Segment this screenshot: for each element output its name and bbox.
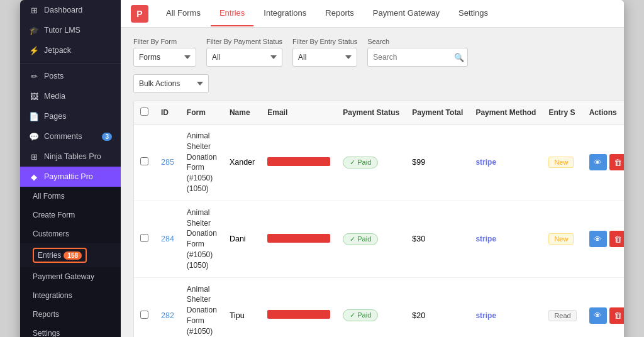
sidebar-item-payment-gateway[interactable]: Payment Gateway xyxy=(20,267,121,286)
top-navigation: P All Forms Entries Integrations Reports… xyxy=(121,0,624,28)
sidebar-submenu: All Forms Create Form Customers Entries … xyxy=(20,187,121,337)
row-payment-method: stripe xyxy=(469,124,542,201)
row-payment-status: ✓ Paid xyxy=(336,124,406,201)
entry-id-link[interactable]: 284 xyxy=(161,235,174,243)
sidebar-item-tutor-lms[interactable]: 🎓 Tutor LMS xyxy=(20,20,121,40)
form-name: Animal Shelter Donation Form (#1050) (10… xyxy=(187,285,217,337)
pages-icon: 📄 xyxy=(29,111,39,121)
tab-reports[interactable]: Reports xyxy=(316,1,363,26)
sidebar-item-paymattic[interactable]: ◆ Paymattic Pro xyxy=(20,167,121,187)
sidebar-item-jetpack[interactable]: ⚡ Jetpack xyxy=(20,40,121,60)
entry-name: Dani xyxy=(230,235,246,243)
row-checkbox[interactable] xyxy=(140,157,148,165)
payment-status-badge: ✓ Paid xyxy=(343,309,378,321)
row-name: Dani xyxy=(223,201,261,277)
tab-settings[interactable]: Settings xyxy=(450,1,497,26)
row-checkbox[interactable] xyxy=(140,234,148,242)
tab-entries[interactable]: Entries xyxy=(211,1,253,26)
select-all-checkbox[interactable] xyxy=(140,108,148,116)
sidebar-item-customers[interactable]: Customers xyxy=(20,224,121,243)
payment-total: $99 xyxy=(412,158,425,167)
entry-id-link[interactable]: 282 xyxy=(161,311,174,320)
sidebar-item-label: Tutor LMS xyxy=(44,26,112,35)
bulk-actions-select[interactable]: Bulk Actions xyxy=(133,74,209,93)
filter-by-entry-select[interactable]: All xyxy=(292,48,357,67)
submenu-label: Settings xyxy=(33,329,112,337)
tab-payment-gateway[interactable]: Payment Gateway xyxy=(364,1,448,26)
payment-method: stripe xyxy=(475,311,496,320)
payment-status-badge: ✓ Paid xyxy=(343,157,378,168)
sidebar-item-reports[interactable]: Reports xyxy=(20,305,121,324)
sidebar-item-dashboard[interactable]: ⊞ Dashboard xyxy=(20,0,121,20)
sidebar-item-pages[interactable]: 📄 Pages xyxy=(20,106,121,126)
row-entry-status: Read xyxy=(542,277,582,337)
delete-button[interactable]: 🗑 xyxy=(609,154,624,170)
col-id: ID xyxy=(155,101,180,124)
sidebar-item-all-forms[interactable]: All Forms xyxy=(20,187,121,206)
search-icon[interactable]: 🔍 xyxy=(454,53,464,62)
table: ID Form Name Email Payment Status Paymen… xyxy=(134,101,624,337)
actions-cell: 👁 🗑 xyxy=(589,154,624,170)
submenu-label: Create Form xyxy=(33,211,112,219)
sidebar-item-media[interactable]: 🖼 Media xyxy=(20,86,121,106)
row-id: 285 xyxy=(155,124,180,201)
row-entry-status: New xyxy=(542,124,582,201)
sidebar-item-integrations[interactable]: Integrations xyxy=(20,286,121,305)
filter-by-payment-label: Filter By Payment Status xyxy=(206,38,282,45)
sidebar-item-settings[interactable]: Settings xyxy=(20,324,121,337)
media-icon: 🖼 xyxy=(29,91,39,101)
entries-table: ID Form Name Email Payment Status Paymen… xyxy=(133,101,624,337)
filter-by-payment-group: Filter By Payment Status All xyxy=(206,38,282,67)
filter-by-form-select[interactable]: Forms xyxy=(133,48,196,67)
row-checkbox-cell xyxy=(134,124,155,201)
sidebar-item-label: Pages xyxy=(44,112,112,121)
row-actions: 👁 🗑 xyxy=(583,124,624,201)
row-email xyxy=(261,277,336,337)
delete-button[interactable]: 🗑 xyxy=(609,307,624,324)
filter-by-payment-select[interactable]: All xyxy=(206,48,282,67)
table-header: ID Form Name Email Payment Status Paymen… xyxy=(134,101,624,124)
row-checkbox[interactable] xyxy=(140,311,148,319)
submenu-label: Integrations xyxy=(33,291,112,300)
tab-integrations[interactable]: Integrations xyxy=(255,1,315,26)
sidebar-item-entries[interactable]: Entries 158 xyxy=(20,243,121,267)
filter-by-entry-label: Filter By Entry Status xyxy=(292,38,357,45)
sidebar-item-ninja-tables[interactable]: ⊞ Ninja Tables Pro xyxy=(20,146,121,167)
row-payment-method: stripe xyxy=(469,277,542,337)
filter-by-form-group: Filter By Form Forms xyxy=(133,38,196,67)
sidebar-item-label: Comments xyxy=(44,132,97,141)
col-entry-status: Entry S xyxy=(542,101,582,124)
sidebar-item-label: Media xyxy=(44,92,112,101)
entry-name: Xander xyxy=(230,158,255,167)
search-input[interactable] xyxy=(367,48,468,67)
posts-icon: ✏ xyxy=(29,71,39,81)
search-group: Search 🔍 xyxy=(367,38,468,67)
nav-more-icon[interactable]: ⋮ xyxy=(615,4,624,23)
entry-id-link[interactable]: 285 xyxy=(161,158,174,167)
col-payment-total: Payment Total xyxy=(406,101,469,124)
email-redacted xyxy=(267,157,330,166)
payment-method: stripe xyxy=(475,235,496,243)
sidebar-item-posts[interactable]: ✏ Posts xyxy=(20,66,121,86)
view-button[interactable]: 👁 xyxy=(589,307,607,324)
sidebar-item-comments[interactable]: 💬 Comments 3 xyxy=(20,126,121,146)
delete-button[interactable]: 🗑 xyxy=(609,231,624,247)
row-payment-total: $30 xyxy=(406,201,469,277)
row-name: Tipu xyxy=(223,277,261,337)
row-form: Animal Shelter Donation Form (#1050) (10… xyxy=(180,277,223,337)
row-checkbox-cell xyxy=(134,201,155,277)
entries-badge: 158 xyxy=(64,251,82,260)
sidebar-item-label: Paymattic Pro xyxy=(44,172,112,181)
view-button[interactable]: 👁 xyxy=(589,154,607,170)
tab-all-forms[interactable]: All Forms xyxy=(157,1,209,26)
row-email xyxy=(261,201,336,277)
sidebar-item-label: Jetpack xyxy=(44,46,112,55)
row-payment-status: ✓ Paid xyxy=(336,201,406,277)
col-form: Form xyxy=(180,101,223,124)
view-button[interactable]: 👁 xyxy=(589,231,607,247)
sidebar-item-label: Ninja Tables Pro xyxy=(44,152,112,161)
row-actions: 👁 🗑 xyxy=(583,201,624,277)
sidebar-item-create-form[interactable]: Create Form xyxy=(20,206,121,224)
bulk-row: Bulk Actions xyxy=(133,74,624,93)
sidebar-divider xyxy=(20,63,121,64)
